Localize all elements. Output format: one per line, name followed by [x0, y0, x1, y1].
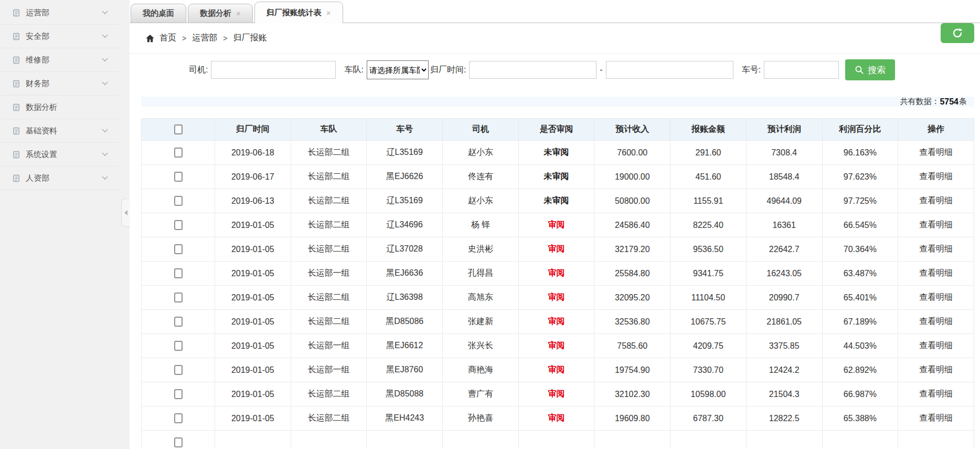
tab-1[interactable]: 数据分析×: [188, 4, 253, 23]
breadcrumb-separator: >: [223, 34, 227, 43]
cell-amount: 10598.00: [670, 382, 747, 406]
row-checkbox[interactable]: [174, 148, 183, 158]
sidebar-item-0[interactable]: 运营部: [0, 1, 119, 25]
table-head: 归厂时间车队车号司机是否审阅预计收入报账金额预计利润利润百分比操作: [142, 119, 974, 141]
row-checkbox[interactable]: [174, 172, 183, 182]
sidebar-item-5[interactable]: 基础资料: [0, 119, 119, 143]
sidebar-item-4[interactable]: 数据分析: [0, 96, 119, 119]
view-detail-link[interactable]: 查看明细: [919, 172, 953, 181]
cell-profit: 21504.3: [746, 382, 822, 406]
cell-date: 2019-01-05: [215, 262, 291, 286]
return-time-start-input[interactable]: [469, 61, 596, 79]
row-checkbox[interactable]: [174, 196, 183, 206]
breadcrumb-separator: >: [182, 34, 186, 43]
cell-empty: [215, 431, 291, 449]
table-body: 2019-06-18长运部二组辽L35169赵小东未审阅7600.00291.6…: [142, 141, 974, 449]
breadcrumb-item-home[interactable]: 首页: [159, 33, 176, 44]
row-checkbox[interactable]: [174, 317, 183, 327]
plate-input[interactable]: [764, 61, 839, 79]
cell-driver: 曹广有: [443, 382, 519, 406]
row-checkbox[interactable]: [174, 220, 183, 230]
view-detail-link[interactable]: 查看明细: [919, 365, 953, 374]
checkbox-cell: [142, 189, 215, 213]
action-cell: 查看明细: [898, 406, 974, 431]
view-detail-link[interactable]: 查看明细: [919, 220, 953, 229]
action-cell: 查看明细: [898, 165, 974, 189]
checkbox-cell: [142, 358, 215, 382]
sidebar-item-2[interactable]: 维修部: [0, 48, 119, 72]
cell-income: 32102.30: [594, 382, 670, 406]
row-checkbox[interactable]: [174, 437, 183, 447]
cell-fleet: 长运部二组: [291, 213, 367, 237]
cell-empty: [670, 431, 747, 449]
row-checkbox[interactable]: [174, 413, 183, 423]
cell-review: 未审阅: [518, 141, 594, 165]
column-header: 是否审阅: [518, 119, 594, 141]
search-button-label: 搜索: [868, 64, 886, 76]
cell-amount: 8225.40: [670, 213, 747, 237]
cell-fleet: 长运部一组: [291, 358, 367, 382]
cell-review: 审阅: [518, 286, 594, 310]
view-detail-link[interactable]: 查看明细: [919, 244, 953, 253]
view-detail-link[interactable]: 查看明细: [919, 413, 953, 422]
view-detail-link[interactable]: 查看明细: [919, 317, 953, 326]
select-all-checkbox[interactable]: [174, 124, 183, 134]
cell-fleet: 长运部二组: [291, 237, 367, 262]
row-checkbox[interactable]: [174, 244, 183, 254]
view-detail-link[interactable]: 查看明细: [919, 148, 953, 156]
breadcrumb-item-department[interactable]: 运营部: [192, 33, 217, 44]
close-tab-icon[interactable]: ×: [236, 9, 241, 18]
row-checkbox[interactable]: [174, 293, 183, 302]
breadcrumb-item-page[interactable]: 归厂报账: [233, 33, 267, 44]
cell-review: 审阅: [518, 213, 594, 237]
row-checkbox[interactable]: [174, 389, 183, 399]
action-cell: 查看明细: [898, 189, 974, 213]
cell-percent: 97.725%: [822, 189, 898, 213]
cell-fleet: 长运部二组: [291, 406, 367, 431]
close-tab-icon[interactable]: ×: [326, 8, 331, 17]
cell-amount: 11104.50: [670, 286, 747, 310]
view-detail-link[interactable]: 查看明细: [919, 293, 953, 301]
fleet-select[interactable]: 请选择所属车队: [367, 60, 429, 79]
cell-plate: 黑EH4243: [367, 406, 443, 431]
row-checkbox[interactable]: [174, 341, 183, 351]
sidebar-item-7[interactable]: 人资部: [0, 166, 119, 190]
row-checkbox[interactable]: [174, 365, 183, 375]
cell-percent: 97.623%: [822, 165, 898, 189]
view-detail-link[interactable]: 查看明细: [919, 341, 953, 350]
cell-fleet: 长运部二组: [291, 286, 367, 310]
row-checkbox[interactable]: [174, 268, 183, 278]
cell-percent: 96.163%: [822, 141, 898, 165]
chevron-down-icon: [102, 176, 108, 180]
sidebar-item-6[interactable]: 系统设置: [0, 143, 119, 166]
checkbox-cell: [142, 237, 215, 262]
cell-date: 2019-01-05: [215, 334, 291, 358]
sidebar-collapse-handle[interactable]: [121, 199, 130, 227]
cell-driver: 佟连有: [443, 165, 519, 189]
view-detail-link[interactable]: 查看明细: [919, 389, 953, 398]
checkbox-cell: [142, 262, 215, 286]
driver-input[interactable]: [211, 61, 336, 79]
sidebar-item-1[interactable]: 安全部: [0, 25, 119, 48]
checkbox-cell: [142, 382, 215, 406]
view-detail-link[interactable]: 查看明细: [919, 196, 953, 205]
checkbox-cell: [142, 310, 215, 334]
return-time-end-input[interactable]: [606, 61, 733, 79]
document-icon: [13, 33, 20, 40]
sidebar-item-3[interactable]: 财务部: [0, 72, 119, 96]
cell-fleet: 长运部二组: [291, 165, 367, 189]
tab-2[interactable]: 归厂报账统计表×: [254, 2, 343, 23]
cell-profit: 12822.5: [746, 406, 822, 431]
cell-amount: 9341.75: [670, 262, 747, 286]
tab-0[interactable]: 我的桌面: [131, 4, 186, 23]
cell-profit: 7308.4: [746, 141, 822, 165]
cell-percent: 67.189%: [822, 310, 898, 334]
search-button[interactable]: 搜索: [845, 59, 895, 80]
cell-empty: [898, 431, 974, 449]
refresh-button[interactable]: [941, 23, 974, 43]
column-header: 操作: [898, 119, 974, 141]
table-row: 2019-01-05长运部二组辽L36398高旭东审阅32095.2011104…: [142, 286, 974, 310]
view-detail-link[interactable]: 查看明细: [919, 268, 953, 277]
document-icon: [13, 80, 20, 88]
cell-profit: 12424.2: [746, 358, 822, 382]
